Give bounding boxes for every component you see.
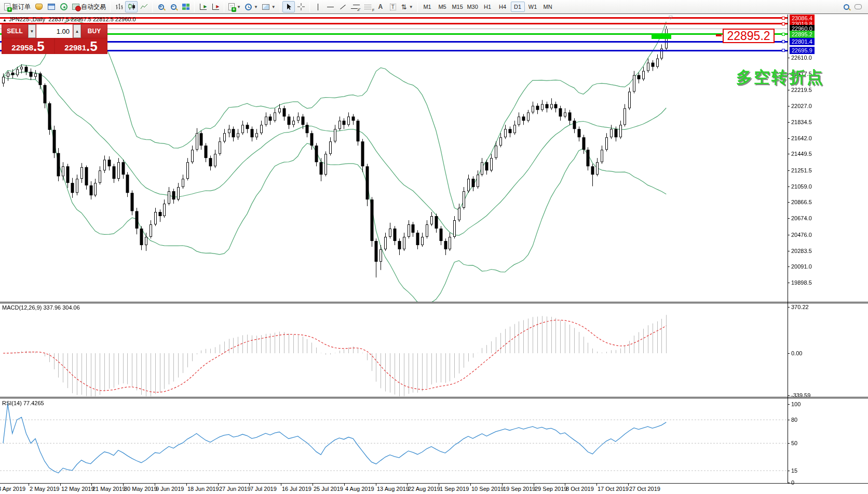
horizontal-line-22801.4[interactable] bbox=[0, 41, 788, 43]
horizontal-line-button[interactable] bbox=[324, 1, 337, 12]
text-button[interactable]: A bbox=[374, 1, 387, 12]
timeframe-group: M1M5M15M30H1H4D1W1MN bbox=[420, 2, 555, 12]
auto-scroll-icon: ▶ bbox=[200, 4, 207, 10]
zoom-in-button[interactable]: + bbox=[155, 1, 167, 12]
price-callout-marker bbox=[716, 34, 722, 36]
panel-divider[interactable] bbox=[0, 302, 868, 302]
signals-button[interactable] bbox=[58, 1, 70, 12]
trendline-button[interactable] bbox=[337, 1, 349, 12]
chat-icon[interactable] bbox=[855, 4, 862, 9]
price-callout-box[interactable]: 22895.2 bbox=[723, 29, 775, 43]
price-axis-label: 20866.5 bbox=[791, 199, 812, 205]
timeframe-button-m15[interactable]: M15 bbox=[451, 2, 465, 12]
zoom-out-icon: − bbox=[171, 4, 177, 10]
bar-chart-button[interactable] bbox=[113, 1, 125, 12]
horizontal-line-22960[interactable] bbox=[0, 29, 788, 29]
price-axis-label: 21642.0 bbox=[791, 135, 812, 141]
volume-down-button[interactable]: ▼ bbox=[28, 24, 36, 38]
date-axis-label: 30 May 2019 bbox=[124, 486, 157, 492]
channel-button[interactable]: E bbox=[349, 1, 362, 12]
zoom-out-button[interactable]: − bbox=[167, 1, 180, 12]
main-toolbar: + 新订单 自动交易 + − ▶ ▶ bbox=[0, 0, 868, 14]
date-axis-label: 25 Jul 2019 bbox=[314, 486, 343, 492]
panel-divider[interactable] bbox=[0, 398, 868, 398]
price-chart-canvas[interactable] bbox=[0, 15, 788, 302]
text-label-icon: T bbox=[390, 4, 396, 10]
toolbar-right-group bbox=[844, 4, 866, 10]
timeframe-button-m30[interactable]: M30 bbox=[466, 2, 480, 12]
axis-tick bbox=[788, 471, 790, 471]
navigator-button[interactable] bbox=[45, 1, 58, 12]
buy-button[interactable]: BUY bbox=[82, 24, 107, 38]
volume-input[interactable]: 1.00 bbox=[36, 24, 73, 38]
date-tick bbox=[344, 484, 345, 486]
timeframe-button-m1[interactable]: M1 bbox=[421, 2, 435, 12]
price-axis-label: 20476.0 bbox=[791, 232, 812, 238]
channel-icon: E bbox=[351, 5, 360, 9]
date-axis-label: 2 May 2019 bbox=[30, 486, 59, 492]
search-icon[interactable] bbox=[844, 4, 849, 10]
macd-axis-label: 0.00 bbox=[791, 350, 802, 356]
timeframe-button-h4[interactable]: H4 bbox=[496, 2, 510, 12]
rsi-panel-canvas[interactable] bbox=[0, 398, 788, 483]
date-tick bbox=[470, 484, 471, 486]
horizontal-line-22695.9[interactable] bbox=[0, 50, 788, 51]
axis-tick bbox=[788, 170, 790, 171]
date-tick bbox=[60, 484, 61, 486]
periods-button[interactable]: ▼ bbox=[243, 1, 260, 12]
tile-windows-button[interactable] bbox=[180, 1, 192, 12]
autotrading-button[interactable]: 自动交易 bbox=[70, 1, 108, 12]
date-tick bbox=[155, 484, 155, 486]
chart-shift-button[interactable]: ▶ bbox=[209, 1, 222, 12]
chart-shift-marker-icon[interactable]: ▽ bbox=[669, 15, 673, 20]
timeframe-button-w1[interactable]: W1 bbox=[526, 2, 540, 12]
macd-panel-canvas[interactable] bbox=[0, 303, 788, 396]
buy-price-display[interactable]: 22981.5 bbox=[55, 38, 107, 54]
axis-tick bbox=[788, 395, 790, 396]
axis-tick bbox=[788, 202, 790, 203]
timeframe-button-mn[interactable]: MN bbox=[541, 2, 555, 12]
sell-button[interactable]: SELL bbox=[2, 24, 28, 38]
date-tick bbox=[123, 484, 124, 486]
sell-price-display[interactable]: 22958.5 bbox=[2, 38, 54, 54]
toolbar-separator bbox=[194, 2, 195, 12]
text-label-button[interactable]: T bbox=[387, 1, 399, 12]
axis-tick bbox=[788, 404, 790, 405]
auto-scroll-button[interactable]: ▶ bbox=[197, 1, 209, 12]
axis-tick bbox=[788, 186, 790, 187]
candlestick-chart-button[interactable] bbox=[125, 1, 138, 12]
date-tick bbox=[249, 484, 250, 486]
arrows-button[interactable]: ⇅ ▼ bbox=[399, 1, 415, 12]
horizontal-line-23019.8[interactable] bbox=[0, 23, 788, 24]
panel-divider[interactable] bbox=[0, 303, 868, 303]
crosshair-icon bbox=[297, 3, 305, 10]
date-axis-label: 17 Oct 2019 bbox=[598, 486, 629, 492]
dropdown-arrow-icon: ▼ bbox=[237, 5, 241, 9]
volume-up-button[interactable]: ▲ bbox=[73, 24, 81, 38]
vertical-line-button[interactable] bbox=[312, 1, 324, 12]
indicators-button[interactable]: + ▼ bbox=[226, 1, 243, 12]
macd-axis-label: -339.59 bbox=[791, 392, 810, 398]
panel-divider[interactable] bbox=[0, 397, 868, 397]
cursor-button[interactable] bbox=[282, 1, 295, 12]
sell-price-main: 22958 bbox=[11, 43, 33, 52]
date-axis-label: 7 Jul 2019 bbox=[250, 486, 277, 492]
axis-tick bbox=[788, 122, 790, 123]
new-order-button[interactable]: + 新订单 bbox=[2, 1, 33, 12]
timeframe-button-d1[interactable]: D1 bbox=[511, 2, 525, 12]
chinese-note-text[interactable]: 多空转折点 bbox=[736, 66, 824, 88]
sell-price-frac: .5 bbox=[33, 40, 45, 52]
date-axis-label: 1 Sep 2019 bbox=[440, 486, 469, 492]
fibonacci-button[interactable]: F bbox=[362, 1, 374, 12]
arrows-icon: ⇅ bbox=[401, 4, 407, 10]
highlight-zone-rectangle[interactable] bbox=[652, 33, 671, 39]
axis-tick bbox=[788, 90, 790, 90]
toolbar-separator bbox=[280, 2, 280, 12]
line-chart-button[interactable] bbox=[138, 1, 150, 12]
timeframe-button-h1[interactable]: H1 bbox=[481, 2, 495, 12]
market-watch-button[interactable] bbox=[33, 1, 45, 12]
collapse-icon[interactable]: ▲ bbox=[3, 18, 7, 22]
timeframe-button-m5[interactable]: M5 bbox=[436, 2, 450, 12]
crosshair-button[interactable] bbox=[295, 1, 307, 12]
templates-button[interactable]: ▼ bbox=[260, 1, 278, 12]
